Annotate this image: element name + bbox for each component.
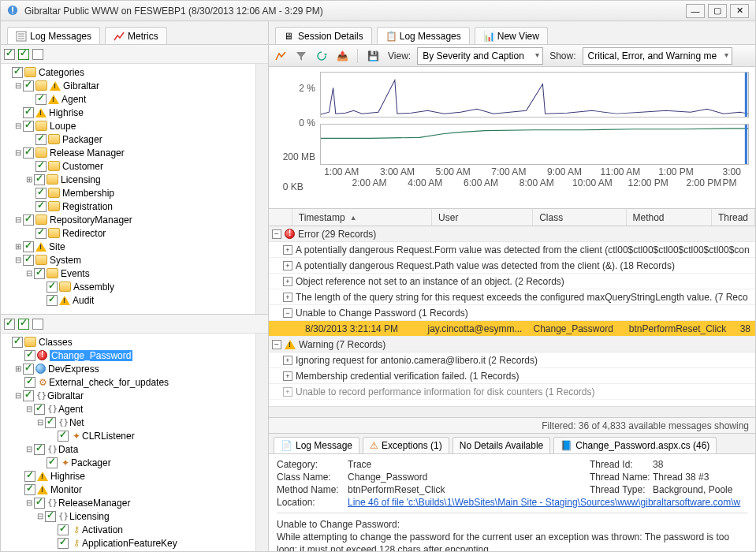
tree-checkbox[interactable] [34, 268, 45, 279]
tree-checkbox[interactable] [47, 295, 58, 306]
expand-toggle[interactable]: ⊞ [13, 242, 23, 251]
tree-checkbox[interactable] [34, 444, 45, 455]
tree-checkbox[interactable] [35, 94, 47, 105]
tree-node[interactable]: CLRListener [82, 431, 135, 442]
tree-node[interactable]: Net [69, 417, 84, 428]
tree-checkbox[interactable] [24, 350, 35, 361]
expand-toggle[interactable]: ⊟ [24, 269, 34, 278]
expand-toggle[interactable]: ⊟ [13, 215, 23, 224]
dtab-log-message[interactable]: 📄Log Message [274, 437, 359, 453]
tree-checkbox[interactable] [58, 431, 69, 442]
view-combo[interactable]: By Severity and Caption [417, 47, 543, 65]
expand-toggle[interactable]: ⊟ [24, 405, 34, 413]
maximize-button[interactable]: ▢ [708, 4, 727, 18]
expand-toggle[interactable]: ⊟ [13, 81, 23, 90]
tree-checkbox[interactable] [23, 107, 34, 118]
tree-checkbox[interactable] [47, 457, 58, 468]
tree-node[interactable]: Customer [62, 161, 103, 172]
tree-checkbox[interactable] [58, 524, 69, 535]
row-toggle[interactable]: + [283, 387, 292, 397]
tree-checkbox[interactable] [45, 511, 56, 522]
tree-node[interactable]: Gibraltar [63, 80, 99, 91]
h-scrollbar[interactable] [269, 406, 755, 417]
refresh-button[interactable] [313, 47, 330, 65]
tree-checkbox[interactable] [23, 147, 34, 159]
tree-checkbox[interactable] [34, 404, 45, 415]
expand-toggle[interactable]: ⊟ [35, 512, 45, 520]
minimize-button[interactable]: — [686, 4, 705, 18]
tab-new-view[interactable]: 📊New View [475, 27, 548, 44]
tree-node[interactable]: Redirector [62, 228, 106, 239]
tree-node[interactable]: ReleaseManager [58, 498, 130, 509]
export-button[interactable]: 📤 [333, 47, 351, 65]
tree-node[interactable]: Licensing [61, 174, 101, 185]
col-thread[interactable]: Thread [712, 209, 755, 226]
tree-node-selected[interactable]: Change_Password [50, 350, 132, 361]
tree-node[interactable]: Packager [71, 457, 111, 468]
tree-checkbox[interactable] [35, 228, 47, 239]
tab-log-messages[interactable]: Log Messages [7, 27, 100, 44]
tab-metrics[interactable]: Metrics [105, 27, 167, 44]
log-list[interactable]: − Error (29 Records) +A potentially dang… [269, 226, 755, 406]
col-class[interactable]: Class [533, 209, 626, 226]
log-row[interactable]: +Ignoring request for antonio.camera@lib… [269, 352, 755, 368]
filter-button[interactable] [292, 47, 310, 65]
tree-node[interactable]: Monitor [50, 484, 82, 495]
tree-checkbox[interactable] [24, 484, 35, 495]
tree-node[interactable]: Registration [62, 201, 113, 212]
tree-checkbox[interactable] [23, 255, 34, 266]
group-toggle[interactable]: − [272, 340, 281, 349]
tree-node[interactable]: Classes [39, 337, 73, 348]
log-row[interactable]: −Unable to Change Password (1 Records) [269, 305, 755, 321]
tree-checkbox[interactable] [24, 471, 35, 482]
tree-checkbox[interactable] [47, 282, 58, 293]
scrollbar[interactable] [255, 64, 268, 314]
dtab-no-details[interactable]: No Details Available [452, 437, 551, 453]
uncheck-all[interactable] [32, 49, 43, 60]
tree-node[interactable]: System [50, 255, 81, 266]
log-row[interactable]: +A potentially dangerous Request.Form va… [269, 242, 755, 258]
tree-checkbox[interactable] [23, 80, 34, 91]
dtab-source[interactable]: 📘Change_Password.aspx.cs (46) [553, 437, 717, 453]
tree-checkbox[interactable] [12, 67, 23, 78]
row-toggle[interactable]: + [283, 261, 292, 270]
tree-checkbox[interactable] [35, 201, 47, 212]
check-all[interactable] [18, 49, 29, 60]
log-row[interactable]: +A potentially dangerous Request.Path va… [269, 258, 755, 274]
log-row[interactable]: +Unable to record performance informatio… [269, 384, 755, 400]
memory-chart[interactable] [320, 124, 749, 165]
tree-checkbox[interactable] [12, 337, 23, 348]
row-toggle[interactable]: + [283, 356, 292, 365]
expand-toggle[interactable]: ⊟ [13, 255, 23, 264]
tree-checkbox[interactable] [45, 417, 56, 428]
col-method[interactable]: Method [627, 209, 712, 226]
expand-toggle[interactable]: ⊞ [24, 175, 34, 184]
col-timestamp[interactable]: Timestamp▲ [292, 209, 432, 226]
tree-checkbox[interactable] [58, 538, 69, 549]
expand-toggle[interactable]: ⊞ [13, 364, 23, 373]
tree-checkbox[interactable] [34, 174, 45, 185]
row-toggle[interactable]: + [283, 293, 292, 302]
tree-node[interactable]: External_check_for_updates [49, 377, 169, 388]
expand-toggle[interactable]: ⊟ [13, 391, 23, 400]
scrollbar[interactable] [255, 334, 268, 551]
save-button[interactable]: 💾 [364, 47, 382, 65]
tree-checkbox[interactable] [34, 498, 45, 509]
tree-node[interactable]: Highrise [50, 471, 85, 482]
location-link[interactable]: Line 46 of file 'c:\Builds\1\WebSites\Ma… [348, 497, 740, 508]
tree-node[interactable]: Packager [62, 134, 102, 145]
categories-tree[interactable]: Categories ⊟Gibraltar Agent Highrise ⊟Lo… [1, 64, 255, 314]
uncheck-all[interactable] [32, 319, 43, 330]
expand-toggle[interactable]: ⊟ [13, 121, 23, 130]
log-row[interactable]: +The length of the query string for this… [269, 289, 755, 305]
tree-node[interactable]: Assembly [73, 282, 114, 293]
tree-checkbox[interactable] [23, 241, 34, 252]
cpu-chart[interactable] [320, 72, 749, 117]
group-toggle[interactable]: − [272, 229, 281, 239]
chart-toggle-button[interactable] [272, 47, 289, 65]
group-error[interactable]: − Error (29 Records) [269, 226, 755, 242]
row-toggle[interactable]: + [283, 277, 292, 286]
log-row[interactable]: +Membership credential verification fail… [269, 368, 755, 384]
row-toggle[interactable]: − [283, 308, 292, 318]
tree-node[interactable]: Data [58, 444, 78, 455]
